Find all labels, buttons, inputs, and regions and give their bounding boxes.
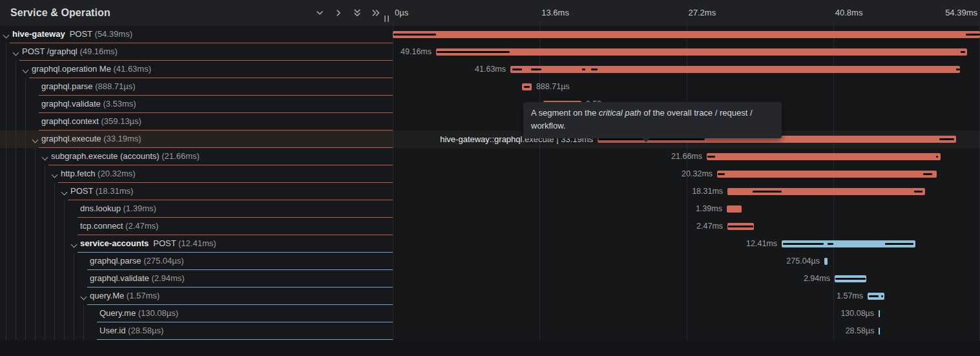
tooltip-text: A segment on the critical path of the ov… [531, 108, 753, 131]
indent-guide [16, 61, 16, 78]
chevron-down-icon[interactable] [32, 137, 39, 143]
span-bar[interactable] [824, 258, 828, 265]
span-bar-row[interactable]: 2.47ms [393, 218, 980, 235]
span-tree-item[interactable]: graphql.validate (2.94ms) [0, 270, 393, 288]
span-tree-item[interactable]: graphql.operation Me (41.63ms) [0, 61, 393, 78]
span-bar[interactable] [879, 310, 880, 317]
chevron-down-icon[interactable] [61, 189, 68, 196]
span-bar[interactable] [522, 83, 532, 90]
span-label: tcp.connect (2.47ms) [80, 221, 158, 231]
span-tree-item[interactable]: POST (18.31ms) [0, 183, 393, 200]
span-tree-item[interactable]: hive-gatewayPOST (54.39ms) [0, 26, 393, 43]
span-bar[interactable] [707, 153, 941, 160]
span-tree-item[interactable]: tcp.connect (2.47ms) [0, 218, 393, 235]
span-tree-item[interactable]: graphql.execute (33.19ms) [0, 131, 393, 148]
span-tree-item[interactable]: graphql.validate (3.53ms) [0, 96, 393, 113]
span-label: service-accountsPOST (12.41ms) [80, 238, 216, 248]
indent-guide [25, 131, 26, 148]
span-bar-row[interactable]: 49.16ms [393, 43, 980, 61]
chevron-down-icon[interactable] [3, 32, 10, 39]
span-bar-row[interactable]: 41.63ms [393, 61, 980, 78]
span-row: graphql.parse (888.71µs)888.71µs [0, 78, 980, 96]
span-label: subgraph.execute (accounts) (21.66ms) [51, 151, 200, 161]
indent-guide [45, 270, 45, 288]
angle-down-icon[interactable] [315, 8, 325, 18]
span-bar[interactable] [835, 275, 866, 282]
critical-path-segment [718, 173, 725, 175]
critical-path-segment [828, 243, 833, 245]
chevron-down-icon[interactable] [81, 294, 87, 300]
angle-double-right-icon[interactable] [371, 8, 381, 18]
span-bar-row[interactable]: 12.41ms [393, 235, 980, 253]
indent-guide [25, 96, 26, 113]
span-tree-item[interactable]: dns.lookup (1.39ms) [0, 200, 393, 218]
angle-double-down-icon[interactable] [352, 8, 362, 18]
chevron-down-icon[interactable] [13, 50, 19, 56]
indent-guide [6, 96, 6, 113]
span-bar[interactable] [436, 48, 967, 56]
span-bar[interactable] [510, 66, 960, 73]
panel-resize-handle[interactable] [384, 16, 391, 22]
span-row: http.fetch (20.32ms)20.32ms [0, 165, 980, 183]
span-bar-row[interactable]: 18.31ms [393, 183, 980, 200]
span-bar-row[interactable]: 275.04µs [393, 253, 980, 270]
chevron-down-icon[interactable] [52, 172, 58, 178]
span-label: hive-gatewayPOST (54.39ms) [12, 29, 132, 39]
indent-guide [16, 235, 16, 253]
span-bar[interactable] [727, 188, 925, 195]
indent-guide [35, 148, 36, 165]
indent-guide [6, 270, 6, 288]
indent-guide [25, 148, 26, 165]
angle-right-icon[interactable] [333, 8, 344, 18]
span-label: query.Me (1.57ms) [90, 291, 160, 300]
indent-guide [64, 288, 65, 305]
span-tree-item[interactable]: Query.me (130.08µs) [0, 305, 393, 322]
span-bar-row[interactable]: 130.08µs [393, 305, 980, 322]
span-bar-row[interactable]: 1.57ms [393, 288, 980, 305]
row-underline [97, 339, 393, 340]
span-tree-item[interactable]: http.fetch (20.32ms) [0, 165, 393, 183]
chevron-down-icon[interactable] [42, 154, 48, 161]
span-tree-item[interactable]: graphql.context (359.13µs) [0, 113, 393, 131]
span-tree-item[interactable]: service-accountsPOST (12.41ms) [0, 235, 393, 253]
indent-guide [35, 235, 36, 253]
span-bar-row[interactable]: 28.58µs [393, 322, 980, 340]
span-bar[interactable] [393, 31, 980, 38]
span-bar-row[interactable]: 888.71µs [393, 78, 980, 96]
span-bar-row[interactable]: 21.66ms [393, 148, 980, 165]
span-tree-item[interactable]: graphql.parse (888.71µs) [0, 78, 393, 96]
indent-guide [6, 165, 6, 183]
indent-guide [16, 78, 16, 96]
span-bar[interactable] [879, 328, 880, 335]
span-bar[interactable] [717, 171, 937, 178]
trace-timeline-viewer: Service & Operation 0µs13.6ms27.2ms40.8m… [0, 0, 980, 356]
span-duration: (21.66ms) [162, 151, 200, 161]
indent-guide [6, 113, 6, 131]
indent-guide [64, 253, 65, 270]
span-row: POST /graphql (49.16ms)49.16ms [0, 43, 980, 61]
span-bar[interactable] [727, 223, 754, 230]
indent-guide [25, 78, 26, 96]
span-tree-item[interactable]: POST /graphql (49.16ms) [0, 43, 393, 61]
indent-guide [25, 305, 26, 322]
chevron-down-icon[interactable] [71, 242, 78, 248]
span-tree-item[interactable]: subgraph.execute (accounts) (21.66ms) [0, 148, 393, 165]
operation-name: User.id [99, 326, 128, 335]
span-bar-row[interactable]: 2.94ms [393, 270, 980, 288]
span-tree-item[interactable]: query.Me (1.57ms) [0, 288, 393, 305]
span-bar-row[interactable]: 1.39ms [393, 200, 980, 218]
critical-path-segment [393, 34, 436, 36]
indent-guide [6, 148, 6, 165]
critical-path-tooltip: A segment on the critical path of the ov… [523, 102, 782, 138]
span-label: graphql.parse (888.71µs) [41, 81, 136, 91]
span-bar-row[interactable]: 20.32ms [393, 165, 980, 183]
span-bar[interactable] [782, 240, 915, 247]
span-bar[interactable] [868, 293, 884, 300]
span-tree-item[interactable]: User.id (28.58µs) [0, 322, 393, 340]
indent-guide [45, 183, 45, 200]
chevron-down-icon[interactable] [23, 67, 29, 74]
span-bar-row[interactable] [393, 26, 980, 43]
indent-guide [6, 43, 6, 61]
span-bar[interactable] [727, 205, 742, 213]
span-tree-item[interactable]: graphql.parse (275.04µs) [0, 253, 393, 270]
